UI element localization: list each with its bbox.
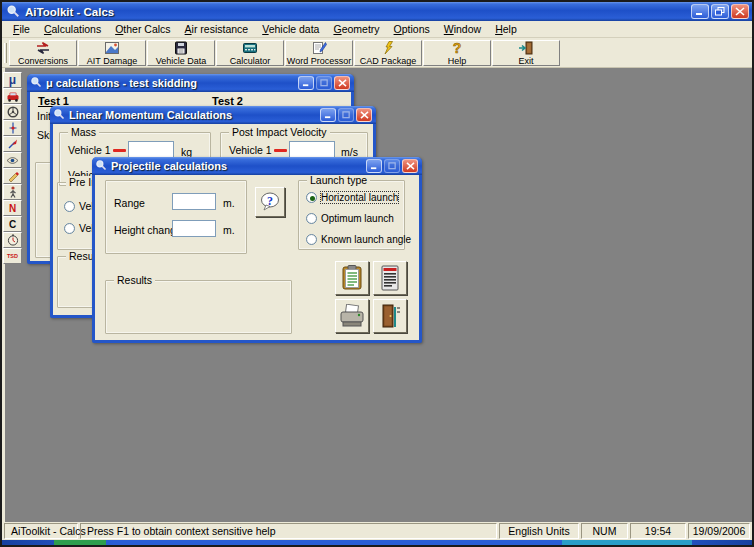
app-title: AiToolkit - Calcs xyxy=(25,6,114,18)
velocity-vehicle1-input[interactable] xyxy=(289,141,335,158)
exit-icon xyxy=(518,41,534,55)
main-toolbar: Conversions AIT Damage Vehicle Data Calc… xyxy=(2,39,752,68)
radio-icon[interactable] xyxy=(64,201,75,212)
required-dash xyxy=(113,149,126,152)
context-help-button[interactable]: ? xyxy=(255,187,285,217)
menu-vehicle-data[interactable]: Vehicle data xyxy=(255,22,326,36)
word-processor-button[interactable]: Word Processor xyxy=(285,40,353,66)
status-bar: AiToolkit - Calcs Press F1 to obtain con… xyxy=(2,522,752,540)
calculator-icon xyxy=(242,41,258,55)
arrow-icon[interactable] xyxy=(3,136,22,152)
toolbar-grip[interactable] xyxy=(4,43,7,63)
calculator-button[interactable]: Calculator xyxy=(216,40,284,66)
svg-text:?: ? xyxy=(267,194,273,208)
question-bubble-icon: ? xyxy=(259,191,281,213)
calculate-button[interactable] xyxy=(373,261,407,295)
maximize-button[interactable] xyxy=(338,108,354,122)
vehicle-icon[interactable] xyxy=(3,88,22,104)
menu-options[interactable]: Options xyxy=(387,22,437,36)
magnifier-icon xyxy=(6,4,20,20)
radio-icon[interactable] xyxy=(306,213,317,224)
required-dash xyxy=(274,149,287,152)
momentum-window-titlebar[interactable]: Linear Momentum Calculations xyxy=(50,106,376,124)
mdi-workspace: μ N C TSD μ calculations - test skidding… xyxy=(2,68,752,524)
calculator-pad-icon xyxy=(378,265,402,291)
projectile-window-title: Projectile calculations xyxy=(111,160,227,172)
menu-calculations[interactable]: Calculations xyxy=(37,22,108,36)
close-button[interactable] xyxy=(334,76,350,90)
vehicle-data-button[interactable]: Vehicle Data xyxy=(147,40,215,66)
initial-label: Init xyxy=(37,110,51,122)
status-app-name: AiToolkit - Calcs xyxy=(4,523,78,539)
radio-icon[interactable] xyxy=(306,234,317,245)
close-button[interactable] xyxy=(356,108,372,122)
pedestrian-icon[interactable] xyxy=(3,184,22,200)
ait-damage-icon xyxy=(104,41,120,55)
pencil-tools-icon[interactable] xyxy=(3,168,22,184)
conversions-button[interactable]: Conversions xyxy=(9,40,77,66)
menu-other-calcs[interactable]: Other Calcs xyxy=(108,22,177,36)
steering-wheel-icon[interactable] xyxy=(3,104,22,120)
word-processor-icon xyxy=(311,41,327,55)
menu-air-resistance[interactable]: Air resistance xyxy=(178,22,256,36)
menu-file[interactable]: File xyxy=(6,22,37,36)
restore-button[interactable] xyxy=(711,4,729,19)
toolbar-label: Help xyxy=(448,56,467,66)
border-cyan-segment xyxy=(562,540,692,545)
side-toolbar: μ N C TSD xyxy=(3,72,22,264)
minimize-button[interactable] xyxy=(366,159,382,173)
projectile-window-titlebar[interactable]: Projectile calculations xyxy=(92,157,422,175)
range-unit: m. xyxy=(223,197,235,209)
ait-damage-button[interactable]: AIT Damage xyxy=(78,40,146,66)
exit-door-icon xyxy=(378,303,402,329)
mass-vehicle1-input[interactable] xyxy=(128,141,174,158)
status-time: 19:54 xyxy=(630,523,686,539)
radio-icon[interactable] xyxy=(64,223,75,234)
stopwatch-icon[interactable] xyxy=(3,232,22,248)
mu-calculations-icon[interactable]: μ xyxy=(3,72,22,88)
range-input[interactable] xyxy=(172,193,216,210)
magnifier-icon xyxy=(95,159,107,173)
tsd-icon[interactable]: TSD xyxy=(3,248,22,264)
print-button[interactable] xyxy=(335,299,369,333)
toolbar-label: Calculator xyxy=(230,56,271,66)
clipboard-report-icon xyxy=(340,265,364,291)
projectile-fields-group: Range m. Height change ± m. xyxy=(105,180,247,254)
toolbar-label: Vehicle Data xyxy=(156,56,207,66)
close-button[interactable] xyxy=(402,159,418,173)
launch-option-optimum[interactable]: Optimum launch xyxy=(306,213,394,224)
crosshair-icon[interactable] xyxy=(3,120,22,136)
minimize-button[interactable] xyxy=(298,76,314,90)
results-group-label: Results xyxy=(114,274,155,286)
radio-selected-icon[interactable] xyxy=(306,192,317,203)
north-arrow-icon[interactable]: N xyxy=(3,200,22,216)
main-titlebar[interactable]: AiToolkit - Calcs xyxy=(2,2,752,21)
maximize-button[interactable] xyxy=(316,76,332,90)
momentum-window-title: Linear Momentum Calculations xyxy=(69,109,232,121)
range-label: Range xyxy=(114,197,145,209)
copy-results-button[interactable] xyxy=(335,261,369,295)
magnifier-icon xyxy=(30,76,42,90)
mu-window-titlebar[interactable]: μ calculations - test skidding xyxy=(27,74,354,92)
vehicle1-label: Vehicle 1 xyxy=(68,144,111,156)
menu-window[interactable]: Window xyxy=(437,22,488,36)
velocity-group-label: Post Impact Velocity xyxy=(229,126,330,138)
minimize-button[interactable] xyxy=(320,108,336,122)
eye-icon[interactable] xyxy=(3,152,22,168)
menu-geometry[interactable]: Geometry xyxy=(326,22,386,36)
height-change-input[interactable] xyxy=(172,220,216,237)
maximize-button[interactable] xyxy=(384,159,400,173)
cad-package-button[interactable]: CAD Package xyxy=(354,40,422,66)
help-button[interactable]: ? Help xyxy=(423,40,491,66)
exit-button[interactable]: Exit xyxy=(492,40,560,66)
cad-package-icon xyxy=(380,41,396,55)
vehicle1-label: Vehicle 1 xyxy=(229,144,272,156)
launch-option-horizontal[interactable]: Horizontal launch xyxy=(306,192,398,203)
launch-option-known-angle[interactable]: Known launch angle xyxy=(306,234,411,245)
print-icon xyxy=(339,304,365,328)
menu-help[interactable]: Help xyxy=(488,22,524,36)
minimize-button[interactable] xyxy=(691,4,709,19)
close-button[interactable] xyxy=(731,4,749,19)
close-window-button[interactable] xyxy=(373,299,407,333)
curve-icon[interactable]: C xyxy=(3,216,22,232)
